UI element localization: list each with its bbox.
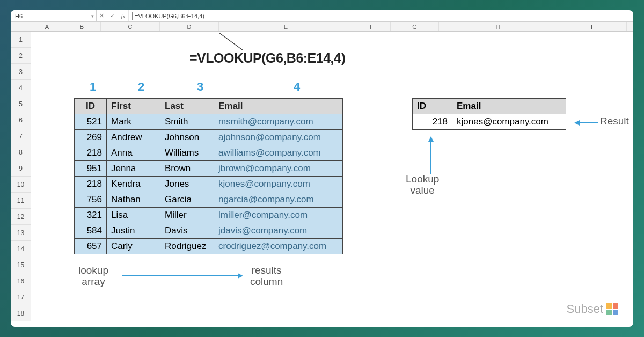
row-header[interactable]: 11 <box>11 193 31 209</box>
row-header[interactable]: 4 <box>11 80 31 96</box>
cell-email[interactable]: lmiller@company.com <box>214 208 343 223</box>
column-header[interactable]: H <box>439 22 557 31</box>
cell-first[interactable]: Andrew <box>107 130 160 145</box>
data-table: ID First Last Email 521MarkSmithmsmith@c… <box>74 98 343 254</box>
annotation-lookup-array: lookup array <box>78 265 108 288</box>
name-box-value: H6 <box>15 13 23 19</box>
row-header[interactable]: 15 <box>11 257 31 273</box>
row-headers: 123456789101112131415161718 <box>11 32 31 321</box>
column-header[interactable]: A <box>31 22 63 31</box>
column-header[interactable]: E <box>219 22 353 31</box>
confirm-icon[interactable]: ✓ <box>107 10 118 21</box>
cell-id[interactable]: 521 <box>75 114 107 130</box>
lookup-row: 218 kjones@company.com <box>413 114 566 130</box>
row-header[interactable]: 16 <box>11 273 31 289</box>
cell-email[interactable]: ngarcia@company.com <box>214 192 343 208</box>
header-id: ID <box>75 99 107 114</box>
column-headers: ABCDEFGHI <box>11 22 633 32</box>
column-header[interactable]: C <box>101 22 160 31</box>
table-row: 521MarkSmithmsmith@company.com <box>75 114 343 130</box>
cell-last[interactable]: Garcia <box>160 192 214 208</box>
row-header[interactable]: 12 <box>11 209 31 225</box>
cell-email[interactable]: jbrown@company.com <box>214 161 343 177</box>
lookup-result-cell[interactable]: kjones@company.com <box>452 114 566 130</box>
cell-id[interactable]: 584 <box>75 223 107 239</box>
cell-email[interactable]: jdavis@company.com <box>214 223 343 239</box>
fx-icon[interactable]: fx <box>118 10 129 21</box>
annotation-text: column <box>250 276 283 288</box>
arrow-up-icon <box>427 136 435 174</box>
col-index-3: 3 <box>171 80 230 94</box>
row-header[interactable]: 14 <box>11 241 31 257</box>
brand-logo: Subset <box>567 302 619 316</box>
cell-email[interactable]: ajohnson@company.com <box>214 130 343 145</box>
cell-email[interactable]: kjones@company.com <box>214 177 343 192</box>
svg-marker-4 <box>428 136 434 142</box>
row-header[interactable]: 13 <box>11 225 31 241</box>
cell-id[interactable]: 756 <box>75 192 107 208</box>
cell-first[interactable]: Justin <box>107 223 160 239</box>
cell-id[interactable]: 218 <box>75 145 107 161</box>
cell-id[interactable]: 951 <box>75 161 107 177</box>
column-header[interactable]: B <box>63 22 101 31</box>
row-header[interactable]: 3 <box>11 64 31 80</box>
annotation-lookup-value: Lookup value <box>406 174 439 196</box>
cell-last[interactable]: Johnson <box>160 130 214 145</box>
cell-first[interactable]: Carly <box>107 239 160 254</box>
cell-last[interactable]: Rodriguez <box>160 239 214 254</box>
cell-first[interactable]: Anna <box>107 145 160 161</box>
row-header[interactable]: 5 <box>11 96 31 112</box>
cell-last[interactable]: Jones <box>160 177 214 192</box>
formula-bar: H6 ▾ ✕ ✓ fx =VLOOKUP(G6,B6:E14,4) <box>11 10 633 22</box>
cell-last[interactable]: Brown <box>160 161 214 177</box>
brand-icon <box>606 303 618 315</box>
row-header[interactable]: 1 <box>11 32 31 48</box>
cell-email[interactable]: awilliams@company.com <box>214 145 343 161</box>
annotation-text: array <box>78 276 108 288</box>
cell-id[interactable]: 269 <box>75 130 107 145</box>
lookup-table: ID Email 218 kjones@company.com <box>412 98 566 130</box>
cell-id[interactable]: 218 <box>75 177 107 192</box>
column-header[interactable]: D <box>160 22 219 31</box>
chevron-down-icon[interactable]: ▾ <box>91 13 94 19</box>
cell-last[interactable]: Davis <box>160 223 214 239</box>
cell-last[interactable]: Williams <box>160 145 214 161</box>
row-header[interactable]: 7 <box>11 128 31 144</box>
svg-marker-2 <box>238 273 243 279</box>
formula-callout: =VLOOKUP(G6,B6:E14,4) <box>189 50 345 66</box>
callout-line <box>31 32 32 32</box>
row-header[interactable]: 6 <box>11 112 31 128</box>
annotation-result: Result <box>600 115 629 127</box>
column-header[interactable]: F <box>353 22 391 31</box>
row-header[interactable]: 2 <box>11 48 31 64</box>
annotation-text: results <box>250 265 283 276</box>
cell-first[interactable]: Mark <box>107 114 160 130</box>
cell-last[interactable]: Miller <box>160 208 214 223</box>
cell-email[interactable]: msmith@company.com <box>214 114 343 130</box>
table-row: 951JennaBrownjbrown@company.com <box>75 161 343 177</box>
sheet-canvas[interactable]: =VLOOKUP(G6,B6:E14,4) 1 2 3 4 ID First L… <box>31 32 633 327</box>
cell-first[interactable]: Lisa <box>107 208 160 223</box>
cell-first[interactable]: Kendra <box>107 177 160 192</box>
formula-input[interactable]: =VLOOKUP(G6,B6:E14,4) <box>132 12 207 20</box>
lookup-header-id: ID <box>413 99 452 114</box>
cell-last[interactable]: Smith <box>160 114 214 130</box>
cell-first[interactable]: Jenna <box>107 161 160 177</box>
column-header[interactable]: G <box>391 22 439 31</box>
row-header[interactable]: 17 <box>11 289 31 305</box>
table-row: 218KendraJoneskjones@company.com <box>75 177 343 192</box>
cell-id[interactable]: 657 <box>75 239 107 254</box>
cell-first[interactable]: Nathan <box>107 192 160 208</box>
select-all-corner[interactable] <box>11 22 31 31</box>
column-header[interactable]: I <box>557 22 627 31</box>
cancel-icon[interactable]: ✕ <box>97 10 107 21</box>
row-header[interactable]: 18 <box>11 305 31 321</box>
row-header[interactable]: 8 <box>11 144 31 160</box>
cell-email[interactable]: crodriguez@company.com <box>214 239 343 254</box>
data-table-body: 521MarkSmithmsmith@company.com269AndrewJ… <box>75 114 343 254</box>
row-header[interactable]: 10 <box>11 177 31 193</box>
lookup-value-cell[interactable]: 218 <box>413 114 452 130</box>
cell-id[interactable]: 321 <box>75 208 107 223</box>
name-box[interactable]: H6 ▾ <box>11 10 97 21</box>
row-header[interactable]: 9 <box>11 160 31 177</box>
